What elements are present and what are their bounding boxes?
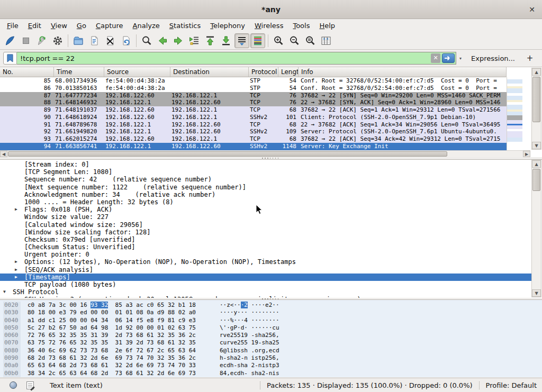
column-header-length[interactable]: Length [278, 67, 299, 77]
resize-columns-button[interactable] [319, 33, 333, 48]
packet-row-87[interactable]: 8771.647777234192.168.122.60192.168.122.… [0, 92, 507, 99]
detail-line[interactable]: Window size value: 227 [0, 213, 531, 221]
filter-history-dropdown[interactable]: ▾ [459, 56, 462, 61]
detail-line[interactable]: [Checksum Status: Unverified] [0, 243, 531, 251]
detail-line[interactable]: Sequence number: 42 (relative sequence n… [0, 176, 531, 183]
scroll-up-arrow[interactable]: ▲ [532, 68, 541, 76]
hex-row-0020[interactable]: 0020c0 a8 7a 3c 00 16 93 32 85 a3 ac c0 … [0, 302, 542, 309]
detail-line[interactable]: [Next sequence number: 1122 (relative se… [0, 184, 531, 191]
profile-label[interactable]: Profile: Default [479, 381, 542, 389]
restart-capture-button[interactable] [34, 33, 49, 48]
menu-view[interactable]: View [46, 20, 72, 31]
menu-go[interactable]: Go [72, 20, 91, 31]
bytes[interactable]: 6@libssh .org,ecd [220, 347, 279, 354]
bytes[interactable]: a1 dd c1 25 00 00 04 34 06 14 f5 e8 f9 8… [28, 317, 196, 324]
packet-row-91[interactable]: 9171.648789678192.168.122.1192.168.122.6… [0, 121, 507, 129]
bytes[interactable]: 80 18 00 e3 79 ed 00 00 01 01 08 0a d9 8… [28, 309, 196, 316]
menu-help[interactable]: Help [314, 20, 340, 31]
bytes[interactable]: 85 a3 ac c0 65 32 b1 18 [108, 302, 196, 308]
zoom-out-button[interactable] [287, 33, 302, 48]
detail-line[interactable]: TCP payload (1080 bytes) [0, 281, 531, 288]
expander-open-icon[interactable]: ▼ [3, 288, 6, 296]
column-header-no[interactable]: No. [0, 67, 54, 77]
column-header-source[interactable]: Source [104, 67, 170, 77]
menu-telephony[interactable]: Telephony [205, 20, 250, 31]
packet-list-header[interactable]: No.TimeSourceDestinationProtocolLengthIn… [0, 67, 507, 77]
bytes[interactable]: 84,ecdh- sha2-nis [220, 370, 279, 377]
detail-line[interactable]: 1000 .... = Header Length: 32 bytes (8) [0, 198, 531, 206]
bytes[interactable]: rve25519 -sha256, [220, 332, 279, 339]
scrollbar-thumb[interactable] [532, 169, 540, 191]
colorize-packets-button[interactable] [250, 33, 265, 48]
scrollbar-thumb[interactable] [8, 151, 447, 157]
scrollbar-thumb[interactable] [532, 77, 540, 122]
expander-closed-icon[interactable]: ▶ [15, 266, 17, 274]
bytes[interactable]: 38 34 2c 65 63 64 68 2d 73 68 61 32 2d 6… [28, 370, 196, 377]
reload-file-button[interactable] [119, 33, 133, 48]
menu-file[interactable]: File [2, 20, 23, 31]
detail-line[interactable]: [Window size scaling factor: 128] [0, 229, 531, 236]
find-packet-button[interactable] [139, 33, 154, 48]
go-first-button[interactable] [203, 33, 218, 48]
packet-row-90[interactable]: 9071.648618924192.168.122.60192.168.122.… [0, 114, 507, 121]
expander-closed-icon[interactable]: ▶ [15, 274, 17, 281]
scroll-left-arrow[interactable]: ◀ [0, 151, 7, 157]
expert-info-icon[interactable] [10, 381, 17, 389]
column-header-time[interactable]: Time [54, 67, 104, 77]
detail-line[interactable]: ▼SSH Protocol [0, 288, 531, 296]
expander-closed-icon[interactable]: ▶ [15, 206, 17, 213]
hex-row-00a0[interactable]: 00a065 63 64 68 2d 73 68 61 32 2d 6e 69 … [0, 362, 542, 369]
hex-row-00b0[interactable]: 00b038 34 2c 65 63 64 68 2d 73 68 61 32 … [0, 370, 542, 377]
scroll-down-arrow[interactable]: ▼ [532, 289, 541, 297]
menu-analyze[interactable]: Analyze [128, 20, 165, 31]
selected-bytes[interactable]: ·2 [241, 302, 248, 308]
bytes[interactable]: 5c 27 b2 67 50 ad 64 98 1d 92 00 00 01 0… [28, 324, 196, 331]
go-last-button[interactable] [219, 33, 233, 48]
bytes[interactable]: \'·gP·d· ······cu [220, 324, 279, 331]
bytes[interactable]: ····e2·· [248, 302, 279, 308]
filter-add-button[interactable]: + [524, 53, 536, 63]
packet-list-vertical-scrollbar[interactable]: ▲ ▼ [531, 68, 541, 150]
scroll-down-arrow[interactable]: ▼ [532, 142, 541, 149]
scroll-right-arrow[interactable]: ▶ [523, 151, 530, 157]
bytes[interactable]: ····y··· ········ [220, 309, 279, 316]
hex-row-0090[interactable]: 009068 2d 73 68 61 32 2d 6e 69 73 74 70 … [0, 354, 542, 362]
detail-vertical-scrollbar[interactable]: ▲ ▼ [531, 160, 541, 297]
column-header-info[interactable]: Info [299, 67, 507, 77]
bytes[interactable]: c0 a8 7a 3c 00 16 [28, 302, 91, 308]
bytes[interactable]: 65 63 64 68 2d 73 68 61 32 2d 6e 69 73 7… [28, 362, 196, 369]
hex-row-0050[interactable]: 00505c 27 b2 67 50 ad 64 98 1d 92 00 00 … [0, 324, 542, 332]
detail-line[interactable]: Urgent pointer: 0 [0, 251, 531, 258]
capture-comment-icon[interactable] [26, 381, 34, 389]
packet-row-89[interactable]: 8971.648191037192.168.122.60192.168.122.… [0, 106, 507, 114]
zoom-in-button[interactable] [271, 33, 286, 48]
stop-capture-button[interactable] [19, 33, 33, 48]
detail-line[interactable]: ▶Flags: 0x018 (PSH, ACK) [0, 206, 531, 213]
menu-capture[interactable]: Capture [91, 20, 128, 31]
detail-line[interactable]: [Calculated window size: 29056] [0, 221, 531, 229]
filter-clear-button[interactable]: ✕ [431, 53, 440, 63]
bytes[interactable]: 72 76 65 32 35 35 31 39 2d 73 68 61 32 3… [28, 332, 196, 339]
open-file-button[interactable] [71, 33, 86, 48]
go-forward-button[interactable] [171, 33, 186, 48]
filter-apply-button[interactable] [442, 53, 455, 63]
packet-row-92[interactable]: 9271.661949820192.168.122.1192.168.122.6… [0, 128, 507, 135]
column-header-protocol[interactable]: Protocol [249, 67, 278, 77]
packet-row-86[interactable]: 8670.013850163fe:54:00:d4:38:2aSTP54Conf… [0, 85, 507, 92]
zoom-original-button[interactable] [303, 33, 318, 48]
menu-tools[interactable]: Tools [288, 20, 314, 31]
detail-line[interactable]: Checksum: 0x79ed [unverified] [0, 236, 531, 243]
menu-edit[interactable]: Edit [23, 20, 46, 31]
start-capture-button[interactable] [3, 33, 17, 48]
go-to-packet-button[interactable] [187, 33, 202, 48]
expression-button[interactable]: Expression... [471, 54, 515, 62]
bytes[interactable]: ecdh-sha 2-nistp3 [220, 362, 279, 369]
menu-wireless[interactable]: Wireless [250, 20, 288, 31]
hex-row-0080[interactable]: 008036 40 6c 69 62 73 73 68 2e 6f 72 67 … [0, 347, 542, 354]
capture-options-button[interactable] [50, 33, 65, 48]
intelligent-scrollbar-minimap[interactable] [507, 77, 522, 150]
menu-statistics[interactable]: Statistics [165, 20, 205, 31]
hex-row-0030[interactable]: 003080 18 00 e3 79 ed 00 00 01 01 08 0a … [0, 309, 542, 316]
display-filter-input[interactable] [20, 54, 431, 62]
hex-row-0040[interactable]: 0040a1 dd c1 25 00 00 04 34 06 14 f5 e8 … [0, 317, 542, 324]
